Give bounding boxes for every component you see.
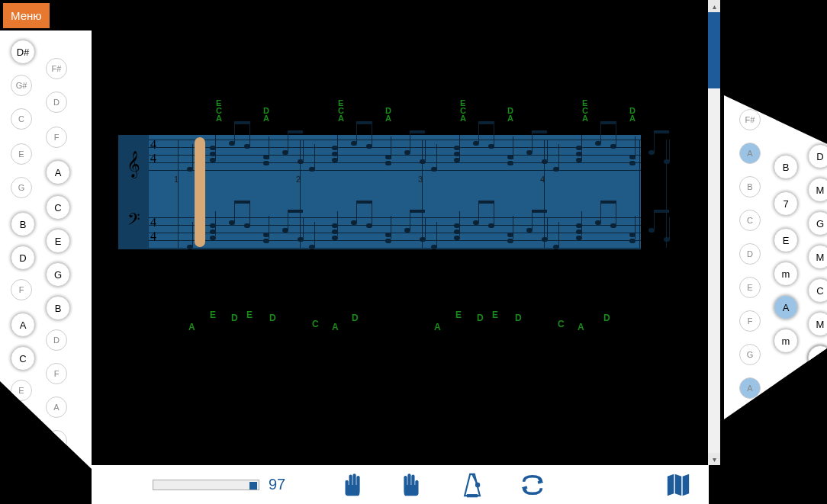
left-note-b-24[interactable]: B — [11, 447, 35, 471]
score-area: E C AD AE C AD AE C AD AE C AD A 𝄞 𝄢 4 4… — [92, 0, 709, 465]
right-chord-b-5[interactable]: B — [739, 176, 761, 197]
note-stem — [303, 140, 304, 161]
right-chord-g-20[interactable]: G — [739, 344, 761, 365]
left-note-dsharp-0[interactable]: D# — [11, 40, 35, 64]
note-stem — [436, 222, 437, 246]
measure-number: 1 — [174, 175, 179, 184]
note-stem — [494, 201, 494, 225]
note-stem — [288, 130, 288, 152]
right-chord-a-2[interactable]: A — [739, 143, 761, 164]
right-chord-f#-0[interactable]: F# — [739, 109, 761, 130]
note-stem — [372, 201, 372, 225]
left-note-g-8[interactable]: G — [11, 177, 32, 198]
left-note-g-13[interactable]: G — [46, 262, 70, 287]
note-stem — [532, 130, 533, 152]
note-head — [629, 161, 636, 165]
right-chord-7-6[interactable]: 7 — [774, 191, 798, 216]
right-chord-e-14[interactable]: E — [739, 277, 761, 298]
left-hand-icon[interactable] — [339, 472, 365, 498]
vertical-scrollbar[interactable]: ▴ ▾ — [708, 0, 720, 465]
chord-label: D A — [629, 107, 636, 122]
note-beam — [654, 130, 669, 133]
chord-label: E C A — [338, 99, 344, 122]
left-note-gsharp-2[interactable]: G# — [11, 75, 32, 96]
left-note-e-11[interactable]: E — [46, 229, 70, 253]
right-chord-f-23[interactable]: F — [808, 345, 827, 370]
bass-clef: 𝄢 — [127, 210, 140, 233]
right-chord-7-1[interactable]: 7 — [808, 111, 827, 135]
note-stem — [635, 216, 636, 239]
note-stem — [600, 121, 601, 143]
left-note-c-18[interactable]: C — [11, 346, 35, 371]
measure-number: 2 — [296, 175, 301, 184]
left-note-d-3[interactable]: D — [46, 91, 67, 113]
metronome-icon[interactable] — [459, 472, 485, 498]
note-stem — [547, 217, 548, 239]
note-beam — [410, 130, 425, 133]
left-note-d-12[interactable]: D — [11, 246, 35, 270]
note-stem — [581, 211, 582, 236]
left-note-a-7[interactable]: A — [46, 160, 70, 185]
staff-line — [149, 147, 641, 148]
right-chord-c-8[interactable]: C — [739, 210, 761, 231]
left-note-f-5[interactable]: F — [46, 127, 67, 148]
staff-block[interactable]: 𝄞 𝄢 4 4 4 4 1234 — [118, 135, 641, 249]
left-note-c-4[interactable]: C — [11, 108, 32, 130]
note-stem — [459, 135, 460, 159]
note-stem — [616, 121, 616, 146]
left-note-fsharp-1[interactable]: F# — [46, 58, 67, 79]
scrollbar-thumb[interactable] — [708, 12, 720, 88]
right-chord-b-3[interactable]: B — [774, 155, 798, 179]
left-note-g-22[interactable]: G — [11, 413, 32, 435]
right-chord-m-7[interactable]: M — [808, 178, 827, 202]
staff-line — [149, 217, 641, 218]
right-chord-a-22[interactable]: A — [739, 377, 761, 399]
note-stem — [314, 222, 315, 246]
note-stem — [192, 144, 193, 169]
left-note-b-10[interactable]: B — [11, 212, 35, 236]
note-beam — [532, 210, 547, 213]
left-note-c-23[interactable]: C — [46, 430, 67, 451]
loop-icon[interactable] — [520, 472, 545, 498]
treble-staff — [149, 140, 641, 172]
right-chord-e-9[interactable]: E — [774, 228, 798, 252]
right-hand-icon[interactable] — [399, 472, 425, 498]
tempo-value[interactable]: 97 — [269, 476, 285, 493]
note-beam — [478, 201, 494, 204]
left-note-a-16[interactable]: A — [11, 313, 35, 337]
seq-note: E — [455, 310, 462, 320]
right-chord-c-16[interactable]: C — [808, 278, 827, 303]
right-chord-a-15[interactable]: A — [774, 295, 798, 319]
playback-cursor[interactable] — [195, 137, 205, 247]
note-stem — [581, 135, 582, 159]
left-note-d-17[interactable]: D — [46, 329, 67, 351]
left-note-b-15[interactable]: B — [46, 296, 70, 320]
progress-bar[interactable] — [153, 480, 259, 490]
right-chord-m-12[interactable]: m — [774, 262, 798, 286]
left-note-c-9[interactable]: C — [46, 195, 70, 220]
right-chord-f-17[interactable]: F — [739, 310, 761, 332]
left-note-f-14[interactable]: F — [11, 279, 32, 300]
note-stem — [436, 144, 437, 169]
scroll-up-arrow[interactable]: ▴ — [708, 0, 720, 12]
left-note-e-20[interactable]: E — [11, 380, 32, 401]
right-chord-d-11[interactable]: D — [739, 243, 761, 265]
barline — [300, 140, 301, 248]
note-stem — [478, 121, 479, 143]
right-chord-d-4[interactable]: D — [808, 144, 827, 169]
left-note-f-19[interactable]: F — [46, 363, 67, 384]
right-chord-g-10[interactable]: G — [808, 211, 827, 236]
map-icon[interactable] — [663, 472, 693, 498]
right-chord-m-19[interactable]: M — [808, 312, 827, 336]
menu-button[interactable]: Меню — [3, 3, 50, 28]
chord-label: E C A — [460, 99, 466, 122]
left-note-e-6[interactable]: E — [11, 143, 32, 165]
note-head — [263, 239, 269, 243]
letter-sequence: AEDEDCADAEDEDCAD — [118, 305, 641, 335]
right-chord-m-18[interactable]: m — [774, 329, 798, 353]
note-stem — [635, 136, 636, 159]
left-note-a-21[interactable]: A — [46, 396, 67, 418]
seq-note: A — [332, 322, 339, 332]
scroll-down-arrow[interactable]: ▾ — [708, 453, 720, 465]
right-chord-m-13[interactable]: M — [808, 245, 827, 269]
